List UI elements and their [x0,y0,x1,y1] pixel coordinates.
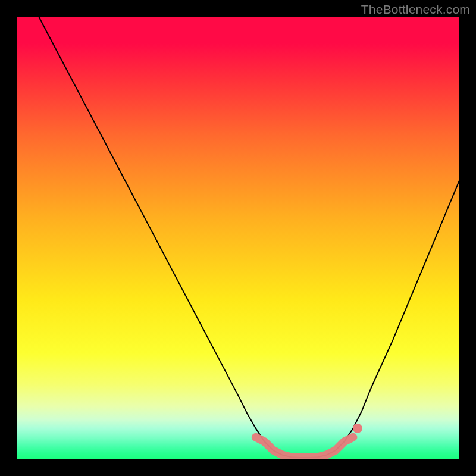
bottleneck-curve [39,17,459,458]
flat-region-highlight [256,437,353,458]
plot-area [17,17,459,459]
marker-dot [353,424,362,433]
chart-frame: TheBottleneck.com [0,0,476,476]
watermark-text: TheBottleneck.com [361,2,470,17]
curve-layer [17,17,459,459]
